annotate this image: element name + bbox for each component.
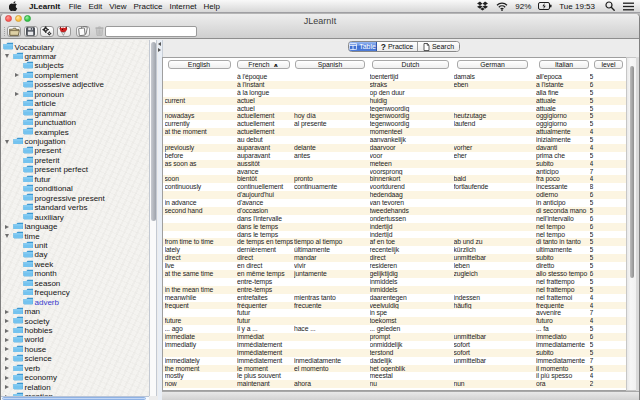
wifi-icon[interactable] (496, 2, 508, 11)
tab-search[interactable]: Search (418, 42, 459, 51)
column-header-french[interactable]: French∧ (237, 60, 290, 69)
menubar-clock[interactable]: Tue 19:53 (559, 2, 595, 11)
table-row[interactable]: immediateimmédiatpromptunmittelbarimmedi… (163, 333, 626, 341)
tree-item-month[interactable]: month (1, 269, 149, 278)
column-header-italian[interactable]: Italian (539, 60, 589, 69)
table-row[interactable]: meanwhileentrefaitesmientras tantodaaren… (163, 294, 626, 302)
table-row[interactable]: nowmaintenantahoranununora2 (163, 380, 626, 388)
expand-arrow-icon[interactable] (5, 357, 9, 361)
table-row[interactable]: nowadaysactuellementhoy díategenwoordigh… (163, 112, 626, 120)
table-row[interactable]: dans le tempsindertijdnel tempo6 (163, 223, 626, 231)
tree-item-day[interactable]: day (1, 250, 149, 259)
menubar-app-name[interactable]: JLearnIt (29, 2, 60, 11)
tab-table[interactable]: Table (349, 42, 377, 51)
table-row[interactable]: mostlyle plus souventmeestalil più spess… (163, 372, 626, 380)
column-header-dutch[interactable]: Dutch (372, 60, 449, 69)
tree-item-conditional[interactable]: conditional (1, 184, 149, 193)
tree-item-Vocabulary[interactable]: Vocabulary (1, 42, 149, 51)
expand-arrow-icon[interactable] (5, 385, 9, 389)
tree-item-society[interactable]: society (1, 316, 149, 325)
tree-item-language[interactable]: language (1, 222, 149, 231)
table-row[interactable]: actueltegenwoordigattuale5 (163, 105, 626, 113)
menu-item-file[interactable]: File (69, 2, 82, 11)
table-row[interactable]: liveen directvivirresiderenlebendiretto5 (163, 262, 626, 270)
expand-arrow-icon[interactable] (5, 329, 9, 333)
column-header-level[interactable]: level (594, 60, 623, 69)
tree-item-punctuation[interactable]: punctuation (1, 118, 149, 127)
tree-item-science[interactable]: science (1, 354, 149, 363)
tree-item-grammar[interactable]: grammar (1, 52, 149, 61)
table-row[interactable]: currentactuelhuidigattuale5 (163, 97, 626, 105)
tree-item-present-perfect[interactable]: present perfect (1, 165, 149, 174)
table-row[interactable]: in the mean timeentre-tempsinmiddelsnel … (163, 286, 626, 294)
open-button[interactable] (7, 26, 21, 38)
tree-item-week[interactable]: week (1, 260, 149, 269)
tree-item-grammar[interactable]: grammar (1, 108, 149, 117)
tree-horizontal-scrollbar[interactable] (1, 396, 149, 400)
tree-item-preterit[interactable]: preterit (1, 156, 149, 165)
tree-item-possesive-adjective[interactable]: possesive adjective (1, 80, 149, 89)
table-row[interactable]: previouslyauparavantdelantedaarvoorvorhe… (163, 144, 626, 152)
toolbar-search-input[interactable] (105, 26, 197, 37)
tree-item-world[interactable]: world (1, 335, 149, 344)
table-row[interactable]: as soon asaussitôtmeteensubito4 (163, 160, 626, 168)
menu-item-help[interactable]: Help (204, 2, 220, 11)
tree-item-unit[interactable]: unit (1, 241, 149, 250)
table-row[interactable]: immédiatementterstondsofortsubito5 (163, 349, 626, 357)
table-row[interactable]: the momentle momentel momentohet ogenbli… (163, 365, 626, 373)
settings-button[interactable] (40, 26, 54, 38)
tree-item-adverb[interactable]: adverb (1, 297, 149, 306)
menu-item-edit[interactable]: Edit (89, 2, 103, 11)
column-header-english[interactable]: English (168, 60, 231, 69)
table-row[interactable]: from time to timede temps en tempstiempo… (163, 238, 626, 246)
tree-item-man[interactable]: man (1, 307, 149, 316)
expand-arrow-icon[interactable] (15, 92, 19, 96)
dropbox-icon[interactable] (477, 1, 488, 11)
tree-item-relation[interactable]: relation (1, 383, 149, 392)
table-row[interactable]: à l'instantstraksebena l'istante6 (163, 81, 626, 89)
expand-arrow-icon[interactable] (5, 347, 9, 351)
table-vertical-scrollbar[interactable] (626, 57, 636, 391)
tree-item-examples[interactable]: examples (1, 127, 149, 136)
menu-item-view[interactable]: View (109, 2, 126, 11)
tree-item-verb[interactable]: verb (1, 364, 149, 373)
delete-button[interactable] (92, 26, 106, 38)
tree-item-house[interactable]: house (1, 345, 149, 354)
table-row[interactable]: avancevoorspronganticipo7 (163, 168, 626, 176)
apple-logo-icon[interactable] (9, 1, 18, 11)
splitter-collapse-left-icon[interactable] (158, 42, 161, 46)
logo-button[interactable] (57, 26, 71, 38)
table-row[interactable]: au debutaanvankelijkinizialmente5 (163, 136, 626, 144)
table-row[interactable]: at the momentactuellementmomenteelattual… (163, 128, 626, 136)
tab-practice[interactable]: ?Practice (377, 42, 418, 51)
table-row[interactable]: dans l'intervalleondertussennell'interva… (163, 215, 626, 223)
table-vertical-scrollbar-thumb[interactable] (630, 66, 634, 278)
tree-item-pronoun[interactable]: pronoun (1, 90, 149, 99)
notification-center-icon[interactable] (623, 2, 634, 11)
battery-charging-icon[interactable] (538, 2, 552, 10)
tree-item-auxiliary[interactable]: auxiliary (1, 212, 149, 221)
tree-item-subjects[interactable]: subjects (1, 61, 149, 70)
column-header-german[interactable]: German (457, 60, 528, 69)
table-row[interactable]: directdirectmandardirectunmittelbarsubit… (163, 254, 626, 262)
tree-item-hobbies[interactable]: hobbies (1, 326, 149, 335)
expand-arrow-icon[interactable] (5, 376, 9, 380)
table-row[interactable]: soonbientôtprontobinnenkortbaldfra poco4 (163, 175, 626, 183)
expand-arrow-icon[interactable] (15, 73, 19, 77)
table-row[interactable]: at the same timeen même tempsjuntamenteg… (163, 270, 626, 278)
column-header-spanish[interactable]: Spanish (295, 60, 365, 69)
tree-item-present[interactable]: present (1, 146, 149, 155)
table-row[interactable]: à la longueop den duuralla fine5 (163, 89, 626, 97)
table-row[interactable]: latelydernièrementúltimamenterecentelijk… (163, 246, 626, 254)
table-row[interactable]: in advanced'avancevan tevorenin anticipo… (163, 199, 626, 207)
collapse-arrow-icon[interactable] (5, 54, 9, 58)
table-row[interactable]: beforeauparavantantesvooreherprima che5 (163, 152, 626, 160)
tree-vertical-scrollbar-thumb[interactable] (151, 42, 156, 221)
expand-arrow-icon[interactable] (5, 366, 9, 370)
collapse-arrow-icon[interactable] (5, 234, 9, 238)
table-row[interactable]: second handd'occasiontweedehandsdi secon… (163, 207, 626, 215)
copy-button[interactable] (76, 26, 90, 38)
tree-item-economy[interactable]: economy (1, 373, 149, 382)
menu-item-internet[interactable]: Internet (169, 2, 196, 11)
table-row[interactable]: ... agoil y a ...hace ...... geleden... … (163, 325, 626, 333)
